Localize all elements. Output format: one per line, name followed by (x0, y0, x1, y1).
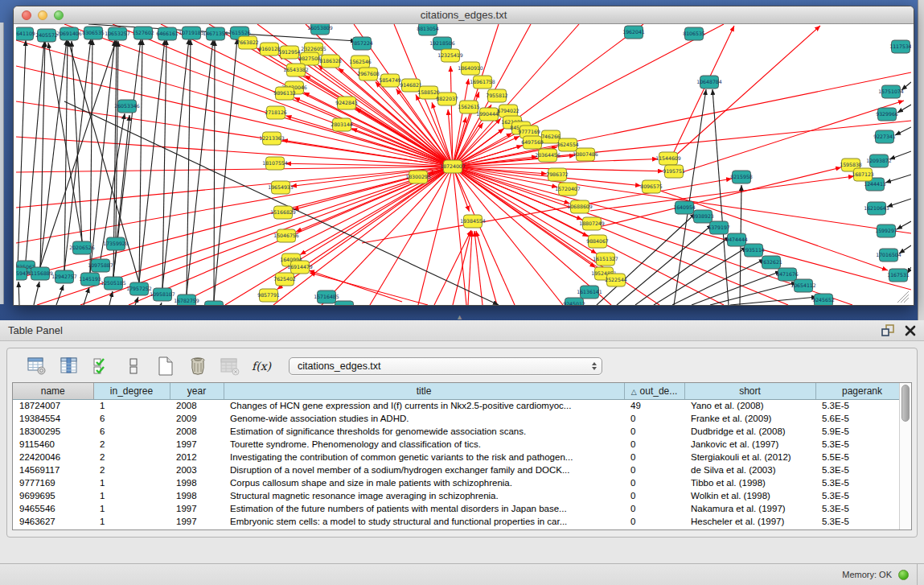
table-cell[interactable]: 5.3E-5 (815, 463, 909, 476)
table-cell[interactable]: 0 (624, 412, 684, 425)
column-header-out-de-[interactable]: △out_de... (624, 383, 684, 399)
table-cell[interactable]: 5.5E-5 (815, 451, 909, 463)
graph-node[interactable]: 19218506 (429, 37, 455, 50)
graph-node[interactable]: 9245012 (563, 298, 585, 305)
graph-node[interactable]: 1145193 (79, 273, 101, 286)
graph-node[interactable]: 20364456 (535, 149, 561, 162)
table-cell[interactable]: 5.3E-5 (815, 502, 909, 515)
graph-node[interactable]: 15751074 (878, 85, 904, 98)
graph-node[interactable]: 6497568 (521, 136, 544, 149)
graph-node[interactable]: 16782759 (174, 295, 199, 305)
table-cell[interactable]: 2 (93, 451, 170, 463)
memory-indicator-icon[interactable] (898, 570, 909, 580)
table-cell[interactable]: 9115460 (13, 438, 93, 451)
table-row[interactable]: 946554611997Estimation of the future num… (13, 502, 909, 515)
graph-node[interactable]: 8215958 (730, 171, 753, 183)
graph-node[interactable]: 26053346 (114, 100, 140, 113)
graph-node[interactable]: 9884067 (586, 235, 609, 248)
column-header-pagerank[interactable]: pagerank (815, 383, 909, 399)
column-header-year[interactable]: year (170, 383, 224, 399)
graph-node[interactable]: 16151327 (593, 253, 618, 266)
table-row[interactable]: 1456911722003Disruption of a novel membe… (13, 463, 909, 476)
graph-node[interactable]: 18300295 (405, 171, 431, 183)
table-row[interactable]: 1938455462009Genome-wide association stu… (13, 412, 909, 425)
graph-node[interactable]: 14671355 (203, 27, 228, 40)
table-cell[interactable]: 1998 (170, 489, 224, 502)
close-panel-icon[interactable] (905, 325, 916, 336)
table-cell[interactable]: 1997 (170, 515, 224, 528)
graph-node[interactable]: 2405572 (35, 29, 58, 42)
table-cell[interactable]: 5.3E-5 (815, 438, 909, 451)
network-window-titlebar[interactable]: citations_edges.txt (14, 6, 914, 24)
graph-node[interactable]: 19654933 (268, 181, 294, 194)
table-mode-icon[interactable] (27, 356, 47, 377)
table-cell[interactable]: 19384554 (13, 412, 93, 425)
graph-node[interactable]: 2718126 (265, 106, 287, 119)
table-cell[interactable]: 0 (624, 515, 684, 528)
table-cell[interactable]: Nakamura et al. (1997) (684, 502, 815, 515)
table-cell[interactable]: Wolkin et al. (1998) (684, 489, 815, 502)
graph-node[interactable]: 1641109 (16, 27, 35, 40)
row-height-icon[interactable] (123, 356, 144, 377)
graph-node[interactable]: 15166829 (270, 206, 296, 219)
table-cell[interactable]: 0 (624, 476, 684, 489)
graph-node[interactable]: 20691406 (56, 27, 82, 40)
table-cell[interactable]: Estimation of the future numbers of pati… (224, 502, 624, 515)
import-table-icon[interactable] (220, 356, 240, 377)
table-cell[interactable]: 9465546 (13, 502, 93, 515)
table-cell[interactable]: Embryonic stem cells: a model to study s… (224, 515, 624, 528)
table-cell[interactable]: 0 (624, 425, 684, 438)
table-cell[interactable]: Tourette syndrome. Phenomenology and cla… (224, 438, 624, 451)
graph-node[interactable]: 12923468 (201, 301, 227, 305)
graph-node[interactable]: 16543382 (283, 64, 309, 76)
graph-node[interactable]: 10975887 (88, 259, 113, 272)
graph-node[interactable]: 8471676 (776, 268, 799, 281)
table-cell[interactable]: 0 (624, 489, 684, 502)
scrollbar-thumb[interactable] (901, 385, 910, 422)
graph-node[interactable]: 8306535 (82, 27, 105, 39)
table-cell[interactable]: 5.3E-5 (815, 399, 909, 412)
table-cell[interactable]: Changes of HCN gene expression and I(f) … (224, 399, 624, 412)
graph-node[interactable]: 8822037 (436, 93, 458, 105)
graph-node[interactable]: 16961758 (470, 76, 495, 89)
graph-node[interactable]: 1640954 (673, 201, 696, 214)
table-cell[interactable]: 1997 (170, 438, 224, 451)
graph-node[interactable]: 9857791 (257, 289, 280, 302)
table-cell[interactable]: 6 (93, 425, 170, 438)
delete-column-icon[interactable] (187, 356, 208, 377)
table-cell[interactable]: 1 (93, 476, 170, 489)
table-cell[interactable]: 1 (93, 502, 170, 515)
graph-node[interactable]: 18807249 (579, 217, 605, 230)
table-row[interactable]: 2242004622012Investigating the contribut… (13, 451, 909, 463)
table-cell[interactable]: 22420046 (13, 451, 93, 463)
graph-node[interactable]: 19384554 (460, 215, 486, 228)
graph-node[interactable]: 7663822 (236, 36, 259, 49)
graph-node[interactable]: 1962041 (622, 26, 645, 39)
graph-node[interactable]: 1562546 (349, 56, 372, 68)
table-cell[interactable]: 0 (624, 438, 684, 451)
graph-node[interactable]: 18107554 (262, 157, 288, 170)
table-cell[interactable]: Corpus callosum shape and size in male p… (224, 476, 624, 489)
table-cell[interactable]: 1 (93, 515, 170, 528)
graph-node[interactable]: 5854749 (379, 74, 401, 87)
table-cell[interactable]: Jankovic et al. (1997) (684, 438, 815, 451)
graph-node[interactable]: 9242843 (335, 97, 358, 109)
graph-node-hub[interactable]: 18724007 (440, 160, 466, 173)
graph-node[interactable]: 18640910 (458, 62, 483, 75)
graph-node[interactable]: 9195751 (663, 165, 685, 178)
graph-node[interactable]: 15046756 (273, 229, 299, 242)
table-cell[interactable]: 2012 (170, 451, 224, 463)
graph-node[interactable]: 10688609 (567, 200, 593, 213)
table-row[interactable]: 911546021997Tourette syndrome. Phenomeno… (13, 438, 909, 451)
graph-node[interactable]: 7986372 (546, 168, 569, 181)
table-cell[interactable]: Genome-wide association studies in ADHD. (224, 412, 624, 425)
graph-node[interactable]: 1687123 (852, 168, 874, 181)
graph-node[interactable]: 9896132 (273, 87, 296, 100)
graph-node[interactable]: 7632621 (760, 256, 782, 269)
table-cell[interactable]: Structural magnetic resonance image aver… (224, 489, 624, 502)
table-cell[interactable]: 2003 (170, 463, 224, 476)
graph-node[interactable]: 2803144 (331, 118, 353, 131)
graph-node[interactable]: 8106535 (683, 27, 705, 40)
table-cell[interactable]: 1 (93, 399, 170, 412)
graph-node[interactable]: 5912954 (278, 46, 301, 59)
